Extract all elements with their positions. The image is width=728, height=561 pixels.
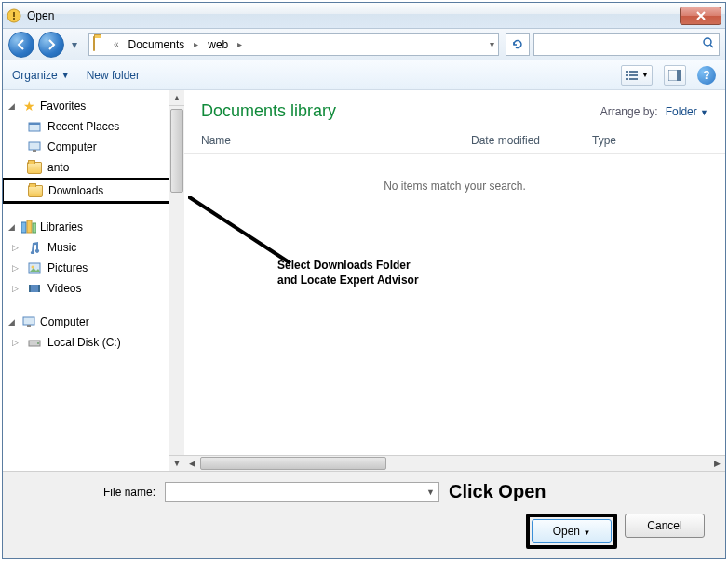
tree-item-local-disk-c[interactable]: ▷ Local Disk (C:) — [3, 332, 183, 353]
annotation-click-open: Click Open — [449, 481, 712, 502]
sidebar-scrollbar[interactable]: ▲ ▼ — [169, 90, 184, 471]
tree-item-downloads[interactable]: Downloads — [4, 180, 182, 201]
file-list-pane: Arrange by: Folder ▼ Documents library N… — [184, 90, 725, 471]
collapse-icon: ◢ — [8, 222, 18, 232]
horizontal-scrollbar[interactable]: ◀ ▶ — [184, 455, 725, 471]
drive-icon — [27, 335, 42, 350]
recent-icon — [27, 119, 42, 134]
refresh-icon — [511, 38, 524, 51]
search-icon — [702, 36, 715, 52]
forward-button[interactable] — [38, 32, 64, 58]
star-icon: ★ — [21, 99, 36, 114]
refresh-button[interactable] — [506, 33, 530, 56]
filename-input[interactable]: ▼ — [165, 482, 439, 502]
svg-point-28 — [37, 342, 39, 344]
svg-rect-9 — [626, 78, 628, 80]
column-type[interactable]: Type — [592, 134, 708, 147]
svg-rect-25 — [23, 317, 34, 325]
help-icon: ? — [703, 69, 709, 82]
libraries-icon — [21, 220, 36, 234]
svg-rect-18 — [27, 220, 32, 233]
videos-icon — [27, 281, 42, 296]
pictures-icon — [27, 260, 42, 275]
tree-favorites[interactable]: ◢ ★ Favorites — [3, 96, 183, 116]
expand-icon: ▷ — [12, 263, 21, 273]
dialog-footer: File name: ▼ Click Open Open ▼ Cancel — [3, 471, 725, 558]
list-icon — [625, 70, 640, 81]
svg-rect-14 — [29, 123, 40, 125]
history-dropdown[interactable]: ▾ — [68, 33, 81, 56]
new-folder-button[interactable]: New folder — [87, 69, 140, 82]
svg-rect-6 — [629, 71, 638, 73]
tree-libraries[interactable]: ◢ Libraries — [3, 217, 183, 237]
music-icon — [27, 240, 42, 255]
svg-rect-2 — [13, 18, 15, 20]
chevron-down-icon: ▼ — [61, 71, 70, 80]
svg-point-21 — [32, 266, 34, 269]
svg-rect-12 — [677, 70, 681, 81]
column-name[interactable]: Name — [201, 134, 471, 147]
dialog-body: ◢ ★ Favorites Recent Places Computer — [3, 90, 725, 471]
tree-item-anto[interactable]: anto — [3, 157, 183, 178]
svg-line-4 — [710, 45, 713, 47]
view-options-button[interactable]: ▼ — [621, 65, 653, 86]
svg-rect-24 — [38, 285, 40, 292]
open-dialog: Open ▾ « Documents ▸ web ▸ ▾ — [2, 2, 726, 559]
search-box[interactable] — [533, 33, 720, 56]
scrollbar-thumb[interactable] — [170, 109, 183, 193]
breadcrumb-web[interactable]: web — [204, 36, 232, 53]
computer-icon — [27, 140, 42, 154]
back-button[interactable] — [8, 32, 34, 58]
preview-pane-button[interactable] — [664, 65, 686, 86]
close-button[interactable] — [680, 7, 721, 25]
collapse-icon: ◢ — [8, 101, 18, 111]
forward-icon — [45, 38, 58, 51]
filename-label: File name: — [16, 486, 155, 499]
tree-item-pictures[interactable]: ▷ Pictures — [3, 258, 183, 278]
column-date-modified[interactable]: Date modified — [471, 134, 592, 147]
computer-icon — [21, 314, 36, 329]
organize-menu[interactable]: Organize▼ — [12, 69, 70, 82]
svg-rect-8 — [629, 74, 638, 76]
tree-item-videos[interactable]: ▷ Videos — [3, 278, 183, 299]
column-headers: Name Date modified Type — [184, 128, 725, 154]
svg-point-3 — [704, 38, 711, 46]
scroll-down-icon[interactable]: ▼ — [169, 455, 184, 471]
svg-rect-15 — [29, 142, 40, 150]
scroll-right-icon[interactable]: ▶ — [709, 456, 725, 471]
back-icon — [15, 38, 28, 51]
tree-item-recent-places[interactable]: Recent Places — [3, 116, 183, 137]
breadcrumb-documents[interactable]: Documents — [125, 36, 189, 53]
breadcrumb-bar[interactable]: « Documents ▸ web ▸ ▾ — [88, 33, 499, 56]
chevron-down-icon[interactable]: ▾ — [490, 39, 494, 49]
open-button[interactable]: Open ▼ — [532, 519, 612, 543]
annotation-highlight-downloads: Downloads — [3, 178, 184, 204]
svg-rect-7 — [626, 74, 628, 76]
svg-rect-16 — [33, 150, 36, 152]
arrange-by-dropdown[interactable]: Folder ▼ — [666, 105, 708, 118]
scroll-up-icon[interactable]: ▲ — [169, 90, 184, 106]
svg-rect-1 — [13, 12, 15, 17]
chevron-right-icon: ▸ — [194, 39, 198, 49]
search-input[interactable] — [538, 38, 702, 51]
nav-tree: ◢ ★ Favorites Recent Places Computer — [3, 90, 184, 471]
svg-rect-19 — [33, 223, 36, 233]
svg-rect-23 — [29, 285, 31, 292]
tree-computer[interactable]: ◢ Computer — [3, 312, 183, 332]
annotation-connector — [188, 196, 300, 271]
scroll-left-icon[interactable]: ◀ — [184, 456, 200, 471]
expand-icon: ▷ — [12, 243, 21, 252]
cancel-button[interactable]: Cancel — [625, 514, 705, 538]
annotation-text: Select Downloads Folder and Locate Exper… — [277, 258, 419, 287]
tree-item-music[interactable]: ▷ Music — [3, 237, 183, 258]
scrollbar-thumb[interactable] — [200, 457, 386, 470]
svg-rect-10 — [629, 78, 638, 80]
tree-item-computer[interactable]: Computer — [3, 137, 183, 157]
annotation-highlight-open: Open ▼ — [526, 514, 617, 549]
collapse-icon: ◢ — [8, 317, 18, 327]
svg-rect-5 — [626, 71, 628, 73]
folder-icon — [27, 160, 42, 175]
help-button[interactable]: ? — [697, 66, 716, 85]
window-title: Open — [27, 9, 680, 22]
arrange-by: Arrange by: Folder ▼ — [600, 105, 708, 118]
